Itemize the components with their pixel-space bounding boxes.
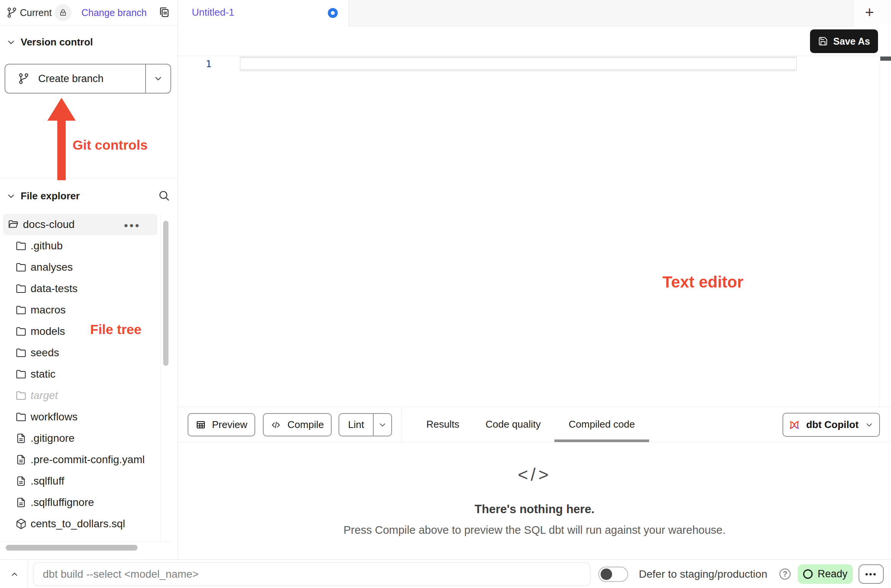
code-icon	[271, 420, 281, 430]
tab-results[interactable]: Results	[414, 407, 472, 442]
tree-divider	[0, 541, 171, 541]
save-as-button[interactable]: Save As	[810, 29, 878, 53]
create-branch-button[interactable]: Create branch	[5, 65, 145, 93]
command-line-input[interactable]	[33, 562, 591, 586]
scrollbar-thumb[interactable]	[880, 57, 891, 61]
main-area: Untitled-1 + Save As 1 Text editor	[178, 0, 891, 559]
folder-icon	[15, 347, 27, 359]
tree-item-sqlfluff[interactable]: .sqlfluff	[0, 470, 160, 492]
create-branch-dropdown[interactable]	[145, 65, 170, 93]
model-cube-icon	[15, 518, 27, 530]
folder-icon	[15, 240, 27, 252]
text-editor[interactable]: 1 Text editor	[178, 56, 891, 407]
lint-dropdown[interactable]	[373, 414, 391, 436]
folder-icon	[15, 411, 27, 423]
annotation-git-controls: Git controls	[73, 137, 147, 153]
information-window: Information window </> There's nothing h…	[178, 442, 891, 559]
folder-icon	[15, 368, 27, 380]
chevron-down-icon	[6, 191, 16, 201]
git-branch-icon	[18, 73, 30, 85]
tree-item-seeds[interactable]: seeds	[0, 342, 160, 363]
help-icon[interactable]: ?	[779, 569, 791, 580]
tree-item-static[interactable]: static	[0, 363, 160, 385]
save-icon	[818, 36, 828, 46]
tree-item-pre-commit-config[interactable]: .pre-commit-config.yaml	[0, 449, 160, 470]
branch-locked-badge	[55, 4, 71, 21]
file-icon	[15, 475, 27, 487]
empty-state-subtitle: Press Compile above to preview the SQL d…	[178, 524, 891, 536]
folder-icon	[15, 304, 27, 316]
tree-item-cents-to-dollars[interactable]: cents_to_dollars.sql	[0, 513, 160, 535]
lint-split-button: Lint	[339, 413, 392, 436]
more-options-button[interactable]: •••	[859, 564, 884, 584]
collapse-panel-button[interactable]	[7, 567, 22, 581]
folder-icon	[15, 262, 27, 273]
command-bar: Command line Defer to staging/production…	[0, 559, 891, 588]
file-icon	[15, 454, 27, 465]
statusbar-divider	[28, 560, 28, 588]
chevron-up-icon	[9, 569, 20, 580]
change-branch-link[interactable]: Change branch	[81, 7, 147, 18]
file-explorer-header[interactable]: File explorer	[6, 190, 80, 202]
line-number: 1	[200, 58, 217, 69]
tree-item-target[interactable]: target	[0, 385, 160, 406]
chevron-down-icon	[378, 420, 387, 430]
preview-button[interactable]: Preview	[188, 413, 255, 436]
result-panel-tabs: Results Code quality Compiled code	[414, 407, 649, 442]
status-ring-icon	[803, 569, 813, 579]
tab-compiled-code[interactable]: Compiled code	[554, 407, 649, 442]
folder-icon	[15, 283, 27, 294]
tree-item-data-tests[interactable]: data-tests	[0, 278, 160, 299]
search-icon[interactable]	[157, 189, 170, 202]
tree-item-gitignore[interactable]: .gitignore	[0, 428, 160, 449]
unsaved-changes-dot-icon	[328, 8, 338, 18]
toggle-knob	[601, 569, 612, 580]
tree-item-docs-cloud[interactable]: docs-cloud •••	[3, 214, 157, 235]
dbt-copilot-icon	[789, 419, 800, 431]
compile-button[interactable]: Compile	[263, 413, 332, 436]
chevron-down-icon	[153, 74, 163, 84]
toolbar-divider	[401, 407, 402, 442]
active-line[interactable]	[240, 58, 797, 70]
editor-scrollbar[interactable]	[880, 56, 891, 407]
tab-title: Untitled-1	[192, 6, 234, 18]
tree-item-analyses[interactable]: analyses	[0, 257, 160, 278]
defer-toggle[interactable]	[598, 567, 628, 582]
dbt-cloud-ide: Current Change branch Version control Cr…	[0, 0, 891, 588]
tree-item-macros[interactable]: macros	[0, 299, 160, 321]
code-icon: </>	[518, 464, 551, 485]
new-tab-button[interactable]: +	[865, 3, 874, 21]
git-branch-icon	[6, 7, 18, 18]
create-branch-split-button: Create branch	[5, 64, 171, 94]
tree-item-github[interactable]: .github	[0, 235, 160, 257]
empty-state-title: There's nothing here.	[178, 502, 891, 516]
tree-item-workflows[interactable]: workflows	[0, 406, 160, 428]
row-menu-icon[interactable]: •••	[124, 219, 141, 232]
section-divider	[0, 178, 178, 178]
tree-item-sqlfluffignore[interactable]: .sqlfluffignore	[0, 492, 160, 513]
tree-vertical-scrollbar[interactable]	[160, 214, 170, 541]
table-icon	[196, 420, 206, 430]
annotation-file-tree: File tree	[90, 322, 141, 337]
file-tree: docs-cloud ••• .github analyses data-tes…	[0, 214, 160, 535]
folder-open-icon	[8, 219, 19, 230]
copy-icon[interactable]	[158, 6, 171, 19]
folder-icon	[15, 390, 27, 401]
lint-button[interactable]: Lint	[339, 414, 373, 436]
tab-untitled-1[interactable]: Untitled-1	[178, 0, 349, 26]
dbt-copilot-button[interactable]: dbt Copilot	[782, 413, 880, 437]
chevron-down-icon	[865, 420, 874, 430]
annotation-text-editor: Text editor	[663, 273, 744, 291]
current-branch-label: Current	[20, 7, 52, 18]
new-tab-zone: +	[853, 0, 891, 26]
tab-code-quality[interactable]: Code quality	[472, 407, 554, 442]
tree-horizontal-scrollbar[interactable]	[6, 545, 138, 551]
defer-label: Defer to staging/production	[639, 568, 767, 580]
file-icon	[15, 497, 27, 508]
sidebar: Current Change branch Version control Cr…	[0, 0, 178, 559]
version-control-header[interactable]: Version control	[6, 36, 93, 48]
scrollbar-thumb[interactable]	[163, 221, 168, 366]
ready-status-badge: Ready	[798, 564, 853, 584]
chevron-down-icon	[6, 37, 16, 47]
active-line-band	[240, 56, 797, 71]
